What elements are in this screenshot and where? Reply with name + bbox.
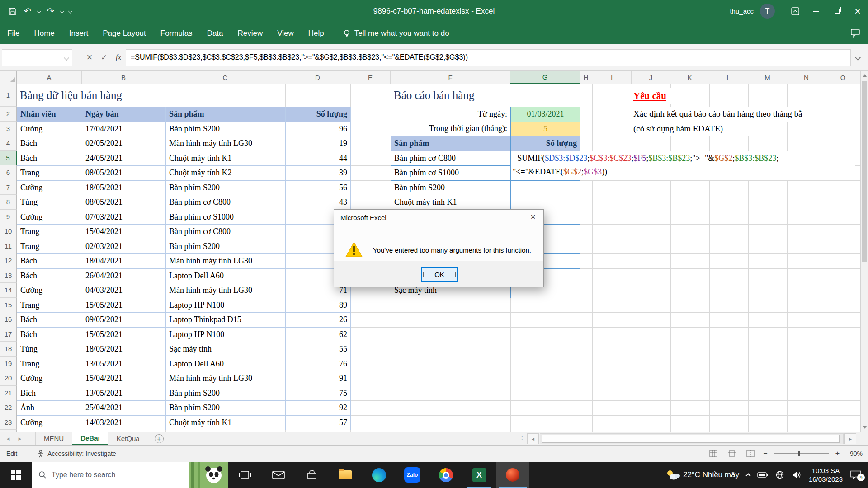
cell-A19[interactable]: Trang [17,357,82,372]
cell-C17[interactable]: Laptop HP N100 [165,327,286,343]
row-header-14[interactable]: 14 [0,283,17,298]
tab-review[interactable]: Review [231,22,270,44]
vertical-scrollbar[interactable] [860,71,868,432]
chrome-app-icon[interactable] [429,462,462,488]
cell-D2[interactable]: Số lượng [285,107,351,122]
cell-C2[interactable]: Sản phẩm [165,107,286,122]
sheet-nav-right-icon[interactable]: ► [16,432,24,445]
tab-page-layout[interactable]: Page Layout [95,22,153,44]
enter-icon[interactable]: ✓ [97,49,111,66]
tab-data[interactable]: Data [200,22,231,44]
col-header-I[interactable]: I [592,71,632,84]
tab-splitter-grip[interactable]: ⋮ [519,432,525,446]
cell-F8[interactable]: Chuột máy tính K1 [391,195,511,210]
save-icon[interactable] [6,5,19,18]
sheet-tab-ketqua[interactable]: KetQua [108,432,148,445]
tab-view[interactable]: View [270,22,301,44]
volume-icon[interactable] [792,471,802,479]
store-app-icon[interactable] [295,462,329,488]
row-header-23[interactable]: 23 [0,415,17,430]
col-header-H[interactable]: H [580,71,592,84]
cell-F6[interactable]: Bàn phím cơ S1000 [391,165,511,181]
qat-customize-icon[interactable] [68,9,73,14]
col-header-F[interactable]: F [391,71,510,84]
cell-C11[interactable]: Bàn phím S200 [165,239,286,254]
scroll-up-icon[interactable] [861,71,868,80]
cell-C19[interactable]: Laptop Dell A60 [165,357,286,372]
undo-dropdown-icon[interactable] [37,9,42,14]
cell-D19[interactable]: 76 [285,357,351,372]
cell-C3[interactable]: Bàn phím S200 [165,122,286,137]
dialog-close-icon[interactable]: × [523,210,543,224]
cell-C12[interactable]: Màn hình máy tính LG30 [165,253,286,269]
zoom-slider-thumb[interactable] [798,451,800,456]
cell-D22[interactable]: 92 [285,400,351,416]
sheet-nav-left-icon[interactable]: ◄ [5,432,12,445]
vertical-scroll-thumb[interactable] [862,81,867,262]
row-header-8[interactable]: 8 [0,195,17,210]
tab-file[interactable]: File [0,22,27,44]
cell-F2[interactable]: Từ ngày: [391,107,510,122]
zoom-slider[interactable] [774,453,829,454]
row-header-5[interactable]: 5 [0,151,17,166]
cell-A1[interactable]: Bảng dữ liệu bán hàng [17,84,270,107]
cell-C21[interactable]: Bàn phím S200 [165,386,286,401]
cell-B3[interactable]: 17/04/2021 [82,122,166,137]
horizontal-scrollbar[interactable] [540,433,844,444]
ribbon-display-options-icon[interactable] [785,0,806,22]
mail-app-icon[interactable] [262,462,295,488]
cell-C13[interactable]: Laptop Dell A60 [165,268,286,284]
cell-A18[interactable]: Tùng [17,342,82,357]
sheet-tab-debai[interactable]: DeBai [72,432,108,445]
cell-D6[interactable]: 39 [285,165,351,181]
cell-C9[interactable]: Bàn phím cơ S1000 [165,210,286,225]
cancel-icon[interactable]: × [82,49,97,66]
cell-F3[interactable]: Trong thời gian (tháng): [391,122,510,136]
action-center-icon[interactable]: 9 [850,470,862,480]
row-header-18[interactable]: 18 [0,342,17,357]
cell-A15[interactable]: Trang [17,298,82,313]
cell-D20[interactable]: 91 [285,371,351,386]
hscroll-left-icon[interactable]: ◄ [527,433,539,444]
cell-B13[interactable]: 26/04/2021 [82,268,166,284]
cell-G2[interactable]: 01/03/2021 [510,107,580,122]
cell-D8[interactable]: 43 [285,195,351,210]
minimize-button[interactable] [806,0,826,22]
page-layout-view-icon[interactable] [726,449,738,459]
row-header-24[interactable]: 24 [0,430,17,432]
cell-B17[interactable]: 15/05/2021 [82,327,166,343]
row-header-13[interactable]: 13 [0,268,17,283]
cell-C22[interactable]: Bàn phím S200 [165,400,286,416]
row-header-11[interactable]: 11 [0,239,17,254]
col-header-A[interactable]: A [17,71,82,84]
tray-expand-icon[interactable] [745,473,750,478]
cell-C15[interactable]: Laptop HP N100 [165,298,286,313]
cell-B11[interactable]: 02/03/2021 [82,239,166,254]
cell-B14[interactable]: 04/03/2021 [82,283,166,298]
cell-A14[interactable]: Cường [17,283,82,298]
weather-widget[interactable]: 22°C Nhiều mây [665,469,739,481]
row-header-12[interactable]: 12 [0,253,17,268]
row-header-10[interactable]: 10 [0,224,17,239]
cell-C20[interactable]: Màn hình máy tính LG30 [165,371,286,386]
clock-widget[interactable]: 10:03 SA 16/03/2023 [809,466,843,483]
file-explorer-icon[interactable] [329,462,362,488]
cell-D16[interactable]: 26 [285,312,351,328]
row-header-21[interactable]: 21 [0,386,17,401]
cell-A6[interactable]: Trang [17,165,82,181]
page-break-view-icon[interactable] [745,449,756,459]
cell-C5[interactable]: Chuột máy tính K1 [165,151,286,166]
sheet-tab-menu[interactable]: MENU [35,432,72,445]
cell-B8[interactable]: 08/05/2021 [82,195,166,210]
cell-B4[interactable]: 02/05/2021 [82,136,166,151]
row-header-4[interactable]: 4 [0,136,17,151]
comments-icon[interactable] [851,22,860,44]
cell-G4[interactable]: Số lượng [510,136,580,151]
cell-A9[interactable]: Cường [17,210,82,225]
cell-D4[interactable]: 19 [285,136,351,151]
cell-F1[interactable]: Báo cáo bán hàng [391,84,540,107]
col-header-O[interactable]: O [826,71,860,84]
cell-A20[interactable]: Cường [17,371,82,386]
cell-A3[interactable]: Cường [17,122,82,137]
cell-C18[interactable]: Sạc máy tính [165,342,286,357]
